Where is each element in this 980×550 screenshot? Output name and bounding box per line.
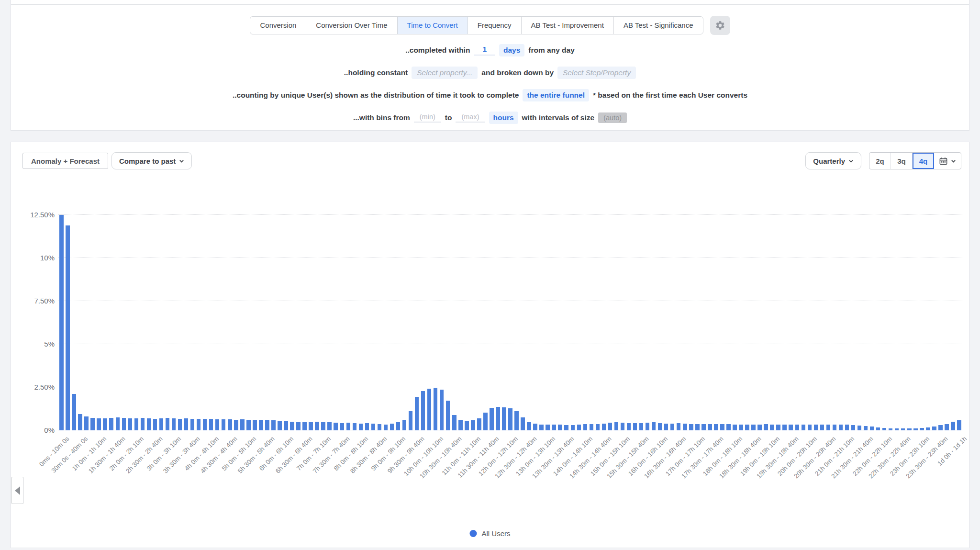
histogram-bar[interactable] bbox=[66, 225, 70, 430]
select-step-property-dropdown[interactable]: Select Step/Property bbox=[557, 67, 636, 79]
histogram-bar[interactable] bbox=[689, 424, 693, 430]
histogram-bar[interactable] bbox=[751, 425, 756, 430]
tab-conversion-over-time[interactable]: Conversion Over Time bbox=[306, 17, 397, 34]
histogram-bar[interactable] bbox=[496, 407, 500, 430]
tab-time-to-convert[interactable]: Time to Convert bbox=[398, 17, 468, 34]
histogram-bar[interactable] bbox=[309, 422, 313, 430]
histogram-bar[interactable] bbox=[945, 424, 949, 430]
histogram-bar[interactable] bbox=[59, 215, 64, 430]
histogram-bar[interactable] bbox=[296, 422, 301, 430]
histogram-bar[interactable] bbox=[646, 423, 650, 430]
histogram-bar[interactable] bbox=[359, 424, 363, 430]
histogram-bar[interactable] bbox=[278, 421, 282, 430]
histogram-bar[interactable] bbox=[458, 420, 463, 430]
histogram-bar[interactable] bbox=[639, 423, 644, 430]
histogram-bar[interactable] bbox=[190, 419, 195, 430]
histogram-bar[interactable] bbox=[802, 425, 806, 430]
histogram-bar[interactable] bbox=[621, 423, 625, 430]
histogram-bar[interactable] bbox=[234, 420, 238, 430]
settings-button[interactable] bbox=[710, 16, 730, 35]
histogram-bar[interactable] bbox=[134, 418, 139, 430]
histogram-bar[interactable] bbox=[147, 418, 151, 430]
histogram-bar[interactable] bbox=[172, 418, 176, 430]
histogram-bar[interactable] bbox=[184, 418, 189, 430]
bin-max-input[interactable]: (max) bbox=[456, 113, 485, 123]
histogram-bar[interactable] bbox=[583, 424, 588, 430]
histogram-bar[interactable] bbox=[384, 425, 388, 430]
histogram-bar[interactable] bbox=[502, 407, 506, 430]
histogram-bar[interactable] bbox=[321, 422, 325, 430]
histogram-bar[interactable] bbox=[153, 419, 157, 430]
histogram-bar[interactable] bbox=[795, 425, 800, 430]
histogram-bar[interactable] bbox=[789, 425, 793, 430]
histogram-bar[interactable] bbox=[702, 424, 706, 430]
histogram-bar[interactable] bbox=[109, 418, 113, 430]
histogram-bar[interactable] bbox=[826, 425, 831, 430]
bin-unit-dropdown[interactable]: hours bbox=[489, 112, 518, 124]
tab-ab-test-improvement[interactable]: AB Test - Improvement bbox=[522, 17, 614, 34]
histogram-bar[interactable] bbox=[633, 423, 637, 430]
histogram-bar[interactable] bbox=[178, 419, 182, 430]
calendar-range-button[interactable] bbox=[934, 153, 961, 169]
histogram-bar[interactable] bbox=[378, 424, 382, 430]
histogram-bar[interactable] bbox=[858, 426, 862, 430]
histogram-bar[interactable] bbox=[259, 420, 263, 430]
histogram-bar[interactable] bbox=[228, 419, 232, 430]
histogram-bar[interactable] bbox=[596, 424, 600, 430]
histogram-bar[interactable] bbox=[839, 425, 843, 430]
histogram-bar[interactable] bbox=[808, 425, 812, 430]
histogram-bar[interactable] bbox=[845, 425, 849, 430]
range-button-3q[interactable]: 3q bbox=[891, 153, 913, 169]
histogram-bar[interactable] bbox=[159, 418, 164, 430]
histogram-bar[interactable] bbox=[695, 424, 700, 430]
histogram-bar[interactable] bbox=[614, 422, 619, 430]
histogram-bar[interactable] bbox=[664, 424, 668, 430]
histogram-bar[interactable] bbox=[514, 411, 519, 430]
histogram-bar[interactable] bbox=[901, 428, 905, 430]
histogram-bar[interactable] bbox=[870, 427, 874, 430]
histogram-bar[interactable] bbox=[558, 425, 562, 430]
histogram-bar[interactable] bbox=[78, 414, 82, 430]
histogram-bar[interactable] bbox=[714, 424, 718, 430]
histogram-bar[interactable] bbox=[440, 390, 444, 430]
histogram-bar[interactable] bbox=[465, 421, 469, 430]
histogram-bar[interactable] bbox=[907, 428, 912, 430]
histogram-bar[interactable] bbox=[409, 411, 413, 430]
histogram-bar[interactable] bbox=[913, 428, 918, 430]
histogram-bar[interactable] bbox=[246, 420, 251, 430]
histogram-bar[interactable] bbox=[396, 422, 401, 430]
histogram-bar[interactable] bbox=[240, 419, 245, 430]
histogram-bar[interactable] bbox=[284, 421, 288, 430]
histogram-bar[interactable] bbox=[483, 413, 488, 430]
histogram-bar[interactable] bbox=[745, 425, 749, 430]
histogram-bar[interactable] bbox=[726, 424, 731, 430]
histogram-bar[interactable] bbox=[402, 420, 407, 430]
histogram-bar[interactable] bbox=[209, 419, 213, 430]
histogram-bar[interactable] bbox=[327, 422, 332, 430]
histogram-bar[interactable] bbox=[833, 425, 837, 430]
histogram-bar[interactable] bbox=[271, 420, 276, 430]
histogram-bar[interactable] bbox=[265, 420, 269, 430]
histogram-bar[interactable] bbox=[658, 423, 662, 430]
histogram-bar[interactable] bbox=[197, 419, 201, 430]
histogram-bar[interactable] bbox=[539, 425, 544, 430]
histogram-bar[interactable] bbox=[938, 425, 943, 430]
histogram-bar[interactable] bbox=[677, 423, 681, 430]
histogram-bar[interactable] bbox=[757, 425, 762, 430]
histogram-bar[interactable] bbox=[340, 423, 345, 430]
histogram-bar[interactable] bbox=[733, 425, 737, 430]
histogram-bar[interactable] bbox=[215, 419, 220, 430]
histogram-bar[interactable] bbox=[421, 391, 425, 430]
histogram-bar[interactable] bbox=[776, 425, 780, 430]
histogram-bar[interactable] bbox=[770, 425, 774, 430]
range-button-4q[interactable]: 4q bbox=[913, 153, 934, 169]
histogram-bar[interactable] bbox=[564, 425, 568, 430]
histogram-bar[interactable] bbox=[926, 427, 930, 430]
histogram-bar[interactable] bbox=[864, 426, 868, 430]
histogram-bar[interactable] bbox=[895, 428, 899, 430]
histogram-bar[interactable] bbox=[427, 389, 432, 430]
histogram-bar[interactable] bbox=[652, 422, 656, 430]
histogram-bar[interactable] bbox=[353, 423, 357, 430]
histogram-bar[interactable] bbox=[365, 423, 369, 430]
histogram-bar[interactable] bbox=[346, 423, 351, 430]
